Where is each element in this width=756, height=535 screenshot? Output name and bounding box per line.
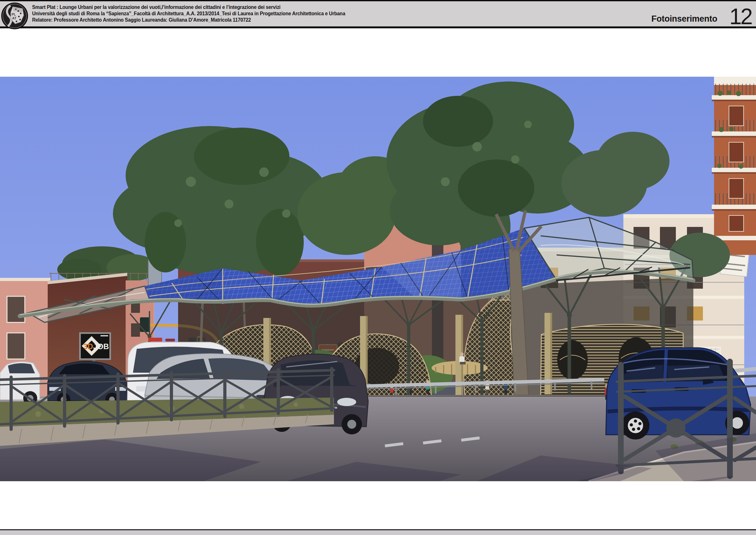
header-right: Fotoinserimento 12 — [651, 1, 751, 30]
section-label: Fotoinserimento — [651, 14, 717, 30]
footer-band — [0, 529, 756, 535]
photomontage-render: AFFITTI SoloCase SoloCase SoloCase — [0, 77, 756, 481]
header-title-block: Smart Plat : Lounge Urbani per la valori… — [32, 4, 345, 23]
header-line-3: Relatore: Professore Architetto Antonino… — [32, 16, 345, 23]
header-line-2: Università degli studi di Roma la “Sapie… — [32, 10, 345, 16]
thesis-board-page: PL AT Smart Plat : Lounge Urbani per la … — [0, 0, 756, 535]
logo-text-at: AT — [12, 16, 16, 20]
smart-plat-logo: PL AT — [1, 2, 29, 30]
header-band: PL AT Smart Plat : Lounge Urbani per la … — [0, 0, 756, 28]
billboard-text-job: JOB — [93, 342, 109, 351]
billboard-text-3d: 3D — [83, 342, 93, 351]
logo-text-pl: PL — [12, 13, 16, 16]
page-number: 12 — [729, 5, 751, 30]
header-line-1: Smart Plat : Lounge Urbani per la valori… — [32, 4, 345, 10]
